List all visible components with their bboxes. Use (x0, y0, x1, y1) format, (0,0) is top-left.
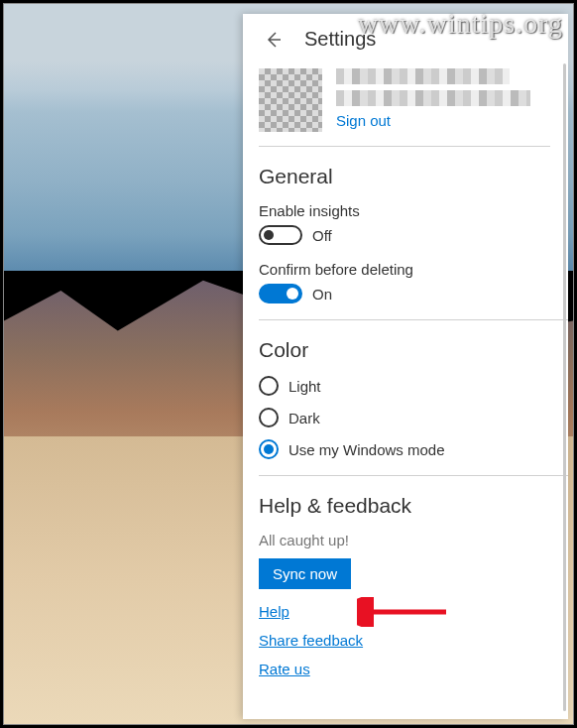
rate-us-link[interactable]: Rate us (259, 661, 550, 677)
signout-link[interactable]: Sign out (336, 112, 540, 129)
watermark: www.wintips.org (358, 8, 563, 40)
avatar (259, 68, 322, 132)
radio-windows-icon (259, 439, 279, 459)
general-section: General Enable insights Off Confirm befo… (259, 147, 568, 320)
general-title: General (259, 165, 550, 188)
account-section: Sign out (259, 61, 550, 147)
radio-dark[interactable]: Dark (259, 408, 550, 427)
scrollbar[interactable] (563, 63, 566, 711)
confirm-delete-label: Confirm before deleting (259, 261, 550, 278)
sync-now-button[interactable]: Sync now (259, 558, 351, 589)
annotation-arrow-icon (357, 597, 456, 627)
back-button[interactable] (263, 30, 283, 50)
radio-windows-mode[interactable]: Use my Windows mode (259, 439, 550, 459)
confirm-delete-toggle[interactable] (259, 284, 302, 303)
account-name-redacted (336, 68, 510, 84)
radio-windows-label: Use my Windows mode (288, 441, 445, 458)
color-section: Color Light Dark Use my Windows mode (259, 320, 568, 476)
color-title: Color (259, 338, 550, 362)
account-email-redacted (336, 90, 530, 106)
radio-light-label: Light (288, 378, 321, 395)
account-info: Sign out (336, 68, 540, 132)
radio-light[interactable]: Light (259, 376, 550, 396)
radio-light-icon (259, 376, 279, 396)
insights-state: Off (312, 227, 332, 244)
help-section: Help & feedback All caught up! Sync now … (259, 476, 568, 705)
radio-dark-icon (259, 408, 279, 427)
confirm-delete-state: On (312, 286, 332, 303)
caught-up-text: All caught up! (259, 532, 550, 548)
insights-toggle[interactable] (259, 225, 302, 245)
insights-label: Enable insights (259, 202, 550, 219)
share-feedback-link[interactable]: Share feedback (259, 632, 550, 649)
radio-dark-label: Dark (288, 410, 320, 426)
help-title: Help & feedback (259, 494, 550, 518)
